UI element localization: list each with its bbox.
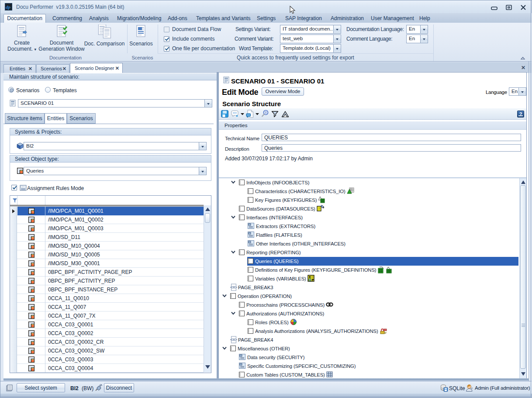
svg-text:dp: dp	[6, 4, 11, 10]
